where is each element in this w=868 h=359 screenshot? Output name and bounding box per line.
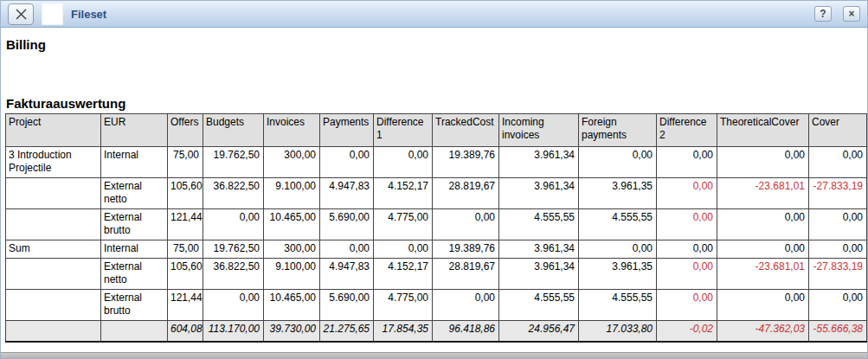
table-cell: External netto	[101, 259, 168, 290]
table-row: External netto105,6036.822,509.100,004.9…	[6, 259, 867, 290]
table-cell: 4.555,55	[579, 209, 657, 240]
help-button[interactable]: ?	[814, 6, 832, 22]
table-cell: 4.947,83	[320, 259, 374, 290]
table-cell: External netto	[101, 178, 168, 209]
page-title: Billing	[6, 37, 867, 53]
table-cell: 0,00	[809, 290, 867, 321]
table-cell: 0,00	[809, 147, 867, 178]
table-cell: -27.833,19	[809, 178, 867, 209]
close-button-left[interactable]	[8, 3, 34, 25]
table-cell: 4.555,55	[499, 209, 579, 240]
table-cell: -0,02	[657, 321, 717, 343]
table-cell: 113.170,00	[203, 321, 264, 343]
table-cell: 36.822,50	[203, 259, 264, 290]
table-cell: 19.762,50	[203, 147, 264, 178]
column-header: Invoices	[264, 114, 320, 147]
column-header: TrackedCost	[433, 114, 499, 147]
table-cell	[6, 178, 101, 209]
table-cell: 3 Introduction Projectile	[6, 147, 101, 178]
table-cell: 4.555,55	[579, 290, 657, 321]
table-cell: 0,00	[374, 240, 433, 259]
table-cell: 0,00	[579, 147, 657, 178]
table-cell: 75,00	[168, 147, 203, 178]
table-cell: 0,00	[320, 240, 374, 259]
table-cell: 17.854,35	[374, 321, 433, 343]
table-row: External brutto121,440,0010.465,005.690,…	[6, 290, 867, 321]
column-header: Offers	[168, 114, 203, 147]
table-cell: 9.100,00	[264, 259, 320, 290]
table-cell: -47.362,03	[717, 321, 809, 343]
table-cell: 24.956,47	[499, 321, 579, 343]
table-cell: 19.389,76	[433, 147, 499, 178]
table-cell: 3.961,34	[499, 178, 579, 209]
table-cell: 0,00	[433, 290, 499, 321]
table-cell: 17.033,80	[579, 321, 657, 343]
table-cell: 28.819,67	[433, 178, 499, 209]
table-cell: External brutto	[101, 209, 168, 240]
table-row: SumInternal75,0019.762,50300,000,000,001…	[6, 240, 867, 259]
table-cell: Sum	[6, 240, 101, 259]
table-cell: 105,60	[168, 178, 203, 209]
total-row: 604,08113.170,0039.730,0021.275,6517.854…	[6, 321, 867, 343]
table-cell	[6, 290, 101, 321]
table-header: ProjectEUROffersBudgetsInvoicesPaymentsD…	[6, 114, 867, 147]
table-body: 3 Introduction ProjectileInternal75,0019…	[6, 147, 867, 343]
table-cell: Internal	[101, 147, 168, 178]
content-area: Billing Fakturaauswertung ProjectEUROffe…	[1, 28, 867, 352]
table-cell: 5.690,00	[320, 209, 374, 240]
column-header: Incoming invoices	[499, 114, 579, 147]
table-row: External netto105,6036.822,509.100,004.9…	[6, 178, 867, 209]
table-cell: 0,00	[203, 209, 264, 240]
table-cell: 9.100,00	[264, 178, 320, 209]
table-cell: 0,00	[320, 147, 374, 178]
window-bottom-edge	[1, 352, 867, 358]
table-cell: 0,00	[809, 209, 867, 240]
table-cell: 0,00	[657, 240, 717, 259]
table-cell: 0,00	[717, 147, 809, 178]
table-cell: 21.275,65	[320, 321, 374, 343]
table-cell: 0,00	[203, 290, 264, 321]
fileset-window: Fileset ? × Billing Fakturaauswertung Pr…	[0, 0, 868, 359]
table-cell: 0,00	[717, 240, 809, 259]
header-row: ProjectEUROffersBudgetsInvoicesPaymentsD…	[6, 114, 867, 147]
table-cell: 4.555,55	[499, 290, 579, 321]
table-cell: 0,00	[374, 147, 433, 178]
close-icon	[15, 8, 28, 21]
table-cell: 19.389,76	[433, 240, 499, 259]
column-header: EUR	[101, 114, 168, 147]
table-cell: 4.152,17	[374, 178, 433, 209]
table-cell: 121,44	[168, 290, 203, 321]
window-title: Fileset	[71, 8, 106, 21]
column-header: Cover	[809, 114, 867, 147]
document-icon	[42, 3, 63, 25]
table-cell: 0,00	[717, 209, 809, 240]
billing-table: ProjectEUROffersBudgetsInvoicesPaymentsD…	[5, 113, 867, 343]
titlebar: Fileset ? ×	[1, 1, 867, 28]
table-cell: 3.961,35	[579, 259, 657, 290]
table-cell: 10.465,00	[264, 209, 320, 240]
table-cell: 96.418,86	[433, 321, 499, 343]
table-cell: 3.961,35	[579, 178, 657, 209]
table-cell: 10.465,00	[264, 290, 320, 321]
table-cell: Internal	[101, 240, 168, 259]
column-header: Difference 1	[374, 114, 433, 147]
column-header: Budgets	[203, 114, 264, 147]
table-cell	[6, 321, 101, 343]
table-cell: 0,00	[657, 178, 717, 209]
table-cell: -27.833,19	[809, 259, 867, 290]
table-cell: 3.961,34	[499, 240, 579, 259]
table-cell: 4.152,17	[374, 259, 433, 290]
table-cell: 0,00	[657, 259, 717, 290]
table-cell: 0,00	[657, 290, 717, 321]
column-header: Difference 2	[657, 114, 717, 147]
column-header: TheoreticalCover	[717, 114, 809, 147]
table-cell: 3.961,34	[499, 147, 579, 178]
table-cell	[6, 209, 101, 240]
section-title: Fakturaauswertung	[6, 96, 867, 112]
close-button[interactable]: ×	[843, 6, 860, 22]
column-header: Foreign payments	[579, 114, 657, 147]
table-cell: 0,00	[717, 290, 809, 321]
table-cell: 0,00	[657, 209, 717, 240]
table-cell: 28.819,67	[433, 259, 499, 290]
table-row: External brutto121,440,0010.465,005.690,…	[6, 209, 867, 240]
